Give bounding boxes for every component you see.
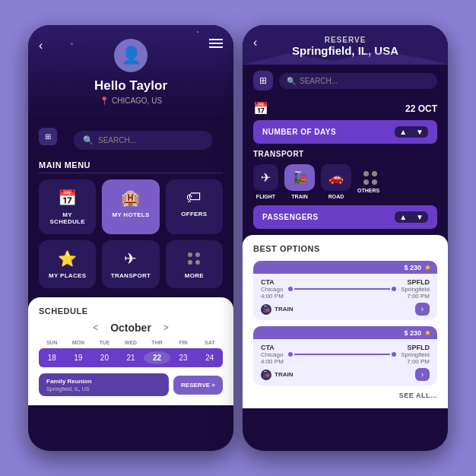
filter-button-left[interactable]: ⊞ (39, 128, 57, 145)
divider (39, 173, 223, 173)
back-arrow-right[interactable]: ‹ (253, 36, 257, 49)
calendar-days-header: SUN MON TUE WED THR FRI SAT (39, 340, 223, 345)
ticket-top-1: $ 230 ★ (253, 261, 437, 274)
ticket-body-2: CTA Chicago 4:00 PM SPFLD Springfield 7:… (253, 339, 437, 368)
transport-section-label: TRANSPORT (253, 150, 437, 158)
passengers-label: PASSENGERS (262, 213, 319, 221)
ticket-card-1[interactable]: $ 230 ★ CTA Chicago 4:00 PM SP (253, 261, 437, 320)
left-phone: ‹ 👤 Hello Taylor 📍 CHICAGO, US ⊞ (28, 25, 233, 451)
search-row-left: ⊞ 🔍 SEARCH... (28, 117, 233, 156)
prev-month-arrow[interactable]: < (93, 322, 98, 333)
number-of-days-label: NUMBER OF DAYS (262, 128, 336, 136)
reserve-button[interactable]: RESERVE > (173, 376, 223, 395)
ticket-card-2[interactable]: $ 230 ★ CTA Chicago 4:00 PM SP (253, 326, 437, 386)
menu-item-hotels[interactable]: 🏨 MY HOTELS (102, 179, 159, 234)
filter-button-right[interactable]: ⊞ (253, 71, 273, 90)
flight-label: FLIGHT (256, 194, 275, 199)
transport-others[interactable]: OTHERS (357, 171, 379, 193)
ticket-bottom-1: 🚂 TRAIN › (253, 303, 437, 320)
menu-item-offers[interactable]: 🏷 OFFERS (166, 179, 223, 234)
ticket-top-2: $ 230 ★ (253, 326, 437, 339)
filter-icon-right: ⊞ (259, 75, 267, 86)
menu-item-more[interactable]: MORE (166, 240, 223, 288)
passengers-stepper-up[interactable]: ▲ (395, 211, 411, 223)
ticket-arrow-btn-1[interactable]: › (415, 303, 430, 316)
search-bar-left[interactable]: 🔍 SEARCH... (74, 131, 212, 150)
ticket-price-1: $ 230 (404, 264, 421, 271)
date-row: 📅 22 OCT (243, 97, 448, 120)
menu-item-schedule[interactable]: 📅 MY SCHEDULE (39, 179, 96, 234)
line-dash-1 (294, 288, 390, 290)
ticket-type-row-2: 🚂 TRAIN (261, 370, 293, 380)
filter-icon: ⊞ (45, 132, 51, 141)
transport-section: TRANSPORT ✈ FLIGHT 🚂 TRAIN 🚗 (243, 150, 448, 205)
ticket-to-time-1: 7:00 PM (401, 293, 430, 300)
transport-icon: ✈ (124, 249, 137, 268)
more-label: MORE (185, 272, 204, 279)
stepper-up[interactable]: ▲ (395, 126, 411, 138)
ticket-to-2: SPFLD Springfield 7:00 PM (401, 344, 430, 365)
passengers-stepper[interactable]: ▲ ▼ (395, 211, 428, 223)
ticket-type-row-1: 🚂 TRAIN (261, 304, 293, 315)
line-start-dot-2 (288, 352, 293, 357)
ticket-to-1: SPFLD Springfield 7:00 PM (401, 278, 430, 300)
train-icon: 🚂 (292, 170, 307, 185)
event-location: Springfield, IL, US (46, 386, 161, 392)
best-options-title: BEST OPTIONS (253, 244, 437, 253)
search-row-right: ⊞ 🔍 SEARCH... (243, 65, 448, 97)
transport-flight[interactable]: ✈ FLIGHT (253, 164, 278, 199)
ticket-from-2: CTA Chicago 4:00 PM (261, 344, 284, 365)
ticket-to-time-2: 7:00 PM (401, 358, 430, 365)
train-label: TRAIN (291, 194, 307, 199)
ticket-type-label-1: TRAIN (274, 306, 293, 313)
see-all-link[interactable]: SEE ALL... (253, 392, 437, 399)
location-icon: 📍 (100, 97, 109, 105)
flight-icon-box: ✈ (253, 164, 278, 191)
train-icon-box: 🚂 (284, 164, 315, 191)
line-end-dot-1 (392, 287, 396, 291)
calendar-header: < October > (39, 322, 223, 334)
schedule-icon: 📅 (58, 189, 77, 207)
menu-item-transport[interactable]: ✈ TRANSPORT (102, 240, 159, 288)
transport-road[interactable]: 🚗 ROAD (321, 164, 351, 199)
transport-train[interactable]: 🚂 TRAIN (284, 164, 315, 199)
offers-label: OFFERS (181, 211, 207, 217)
hotels-icon: 🏨 (121, 189, 140, 207)
ticket-arrow-btn-2[interactable]: › (415, 368, 430, 381)
best-options-section: BEST OPTIONS $ 230 ★ CTA Chicago 4:00 PM (243, 235, 448, 408)
ticket-line-2 (288, 352, 396, 357)
passengers-stepper-down[interactable]: ▼ (411, 211, 428, 223)
road-label: ROAD (328, 194, 344, 199)
search-bar-right[interactable]: 🔍 SEARCH... (279, 73, 437, 89)
ticket-price-2: $ 230 (404, 329, 421, 337)
others-dots-icon (363, 171, 377, 185)
avatar: 👤 (114, 39, 148, 72)
ticket-from-time-1: 4:00 PM (261, 293, 284, 300)
line-dash-2 (294, 354, 390, 355)
road-icon: 🚗 (328, 170, 344, 185)
schedule-section: SCHEDULE < October > SUN MON TUE WED THR… (28, 297, 233, 405)
search-placeholder-left: SEARCH... (98, 136, 136, 144)
schedule-title: SCHEDULE (39, 306, 223, 316)
menu-item-places[interactable]: ⭐ MY PLACES (39, 240, 96, 288)
transport-label: TRANSPORT (111, 272, 151, 279)
calendar-icon-right: 📅 (253, 101, 268, 116)
stepper-down[interactable]: ▼ (411, 126, 428, 138)
days-stepper[interactable]: ▲ ▼ (395, 126, 428, 138)
ticket-to-city-2: Springfield (401, 351, 430, 358)
back-arrow-left[interactable]: ‹ (39, 39, 43, 52)
user-icon: 👤 (121, 46, 141, 65)
places-label: MY PLACES (49, 272, 86, 279)
reserve-label: RESERVE (255, 36, 436, 44)
ticket-from-1: CTA Chicago 4:00 PM (261, 278, 284, 300)
road-icon-box: 🚗 (321, 164, 351, 191)
right-phone: ‹ RESERVE Springfield, IL, USA ⊞ 🔍 SEARC… (243, 25, 448, 451)
hamburger-menu[interactable] (209, 39, 223, 48)
flight-icon: ✈ (261, 170, 271, 185)
ticket-bottom-2: 🚂 TRAIN › (253, 368, 437, 386)
left-header: ‹ 👤 Hello Taylor 📍 CHICAGO, US (28, 25, 233, 117)
date-value: 22 OCT (405, 103, 437, 114)
hotels-label: MY HOTELS (112, 211, 149, 218)
next-month-arrow[interactable]: > (163, 322, 169, 333)
ticket-star-1: ★ (424, 263, 431, 271)
